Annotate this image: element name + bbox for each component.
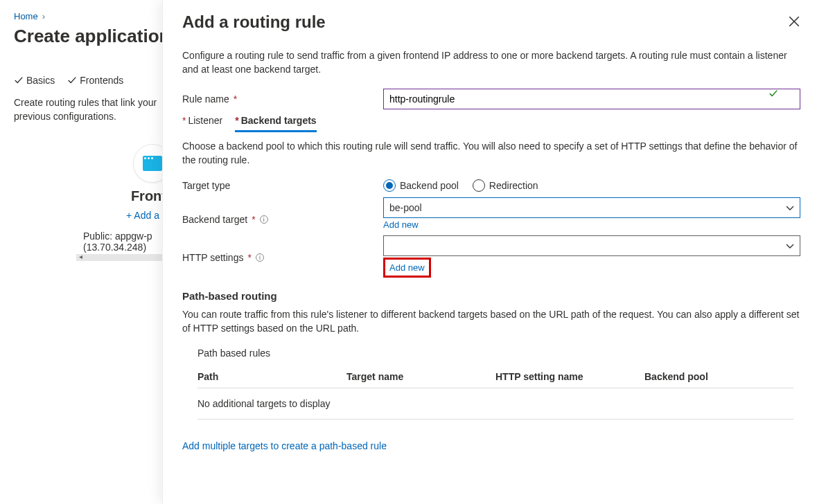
rule-name-input[interactable] bbox=[383, 89, 800, 109]
radio-backend-pool[interactable]: Backend pool bbox=[383, 179, 459, 192]
radio-unselected-icon bbox=[473, 179, 485, 192]
tabs: Listener Backend targets bbox=[182, 115, 800, 132]
check-icon bbox=[14, 75, 24, 85]
table-header-row: Path Target name HTTP setting name Backe… bbox=[197, 366, 793, 388]
chevron-right-icon: › bbox=[42, 11, 45, 21]
path-routing-intro: You can route traffic from this rule's l… bbox=[182, 307, 800, 335]
tab-listener[interactable]: Listener bbox=[182, 115, 222, 132]
col-http: HTTP setting name bbox=[495, 371, 644, 382]
path-routing-heading: Path-based routing bbox=[182, 290, 800, 302]
backend-target-value: be-pool bbox=[389, 202, 422, 213]
stepper-frontends[interactable]: Frontends bbox=[67, 75, 123, 86]
col-target: Target name bbox=[346, 371, 495, 382]
stepper-basics[interactable]: Basics bbox=[14, 75, 55, 86]
breadcrumb-home[interactable]: Home bbox=[14, 11, 38, 21]
add-multiple-targets-link[interactable]: Add multiple targets to create a path-ba… bbox=[182, 440, 800, 451]
radio-backend-pool-label: Backend pool bbox=[400, 180, 459, 191]
info-icon[interactable]: i bbox=[260, 215, 268, 224]
http-settings-label: HTTP settings* i bbox=[182, 235, 383, 263]
add-new-http-settings[interactable]: Add new bbox=[383, 258, 431, 278]
browser-window-icon bbox=[143, 156, 162, 171]
backend-target-label: Backend target* i bbox=[182, 197, 383, 225]
stepper-basics-label: Basics bbox=[26, 75, 55, 86]
chevron-down-icon bbox=[786, 204, 794, 215]
radio-redirection-label: Redirection bbox=[489, 180, 538, 191]
table-title: Path based rules bbox=[197, 348, 793, 359]
add-new-backend-target[interactable]: Add new bbox=[383, 219, 800, 230]
backend-target-select[interactable]: be-pool bbox=[383, 197, 800, 218]
panel-intro: Configure a routing rule to send traffic… bbox=[182, 48, 800, 76]
info-icon[interactable]: i bbox=[256, 253, 264, 262]
http-settings-select[interactable] bbox=[383, 235, 800, 256]
radio-redirection[interactable]: Redirection bbox=[473, 179, 538, 192]
close-icon[interactable] bbox=[788, 15, 800, 28]
check-icon bbox=[67, 75, 77, 85]
target-type-radio-group: Backend pool Redirection bbox=[383, 179, 538, 192]
col-path: Path bbox=[197, 371, 346, 382]
stepper-frontends-label: Frontends bbox=[80, 75, 123, 86]
table-empty-row: No additional targets to display bbox=[197, 388, 793, 420]
rule-name-label: Rule name* bbox=[182, 93, 383, 105]
col-pool: Backend pool bbox=[644, 371, 793, 382]
radio-selected-icon bbox=[383, 179, 396, 192]
backend-intro: Choose a backend pool to which this rout… bbox=[182, 139, 800, 167]
page-description: Create routing rules that link your prev… bbox=[14, 96, 166, 123]
chevron-down-icon bbox=[786, 242, 794, 253]
checkmark-icon bbox=[768, 89, 778, 101]
tab-backend-targets[interactable]: Backend targets bbox=[235, 115, 316, 132]
routing-rule-panel: Add a routing rule Configure a routing r… bbox=[162, 0, 817, 504]
scroll-left-icon: ◂ bbox=[79, 253, 82, 260]
panel-title: Add a routing rule bbox=[182, 12, 326, 32]
path-rules-table: Path based rules Path Target name HTTP s… bbox=[197, 348, 793, 420]
target-type-label: Target type bbox=[182, 180, 383, 191]
